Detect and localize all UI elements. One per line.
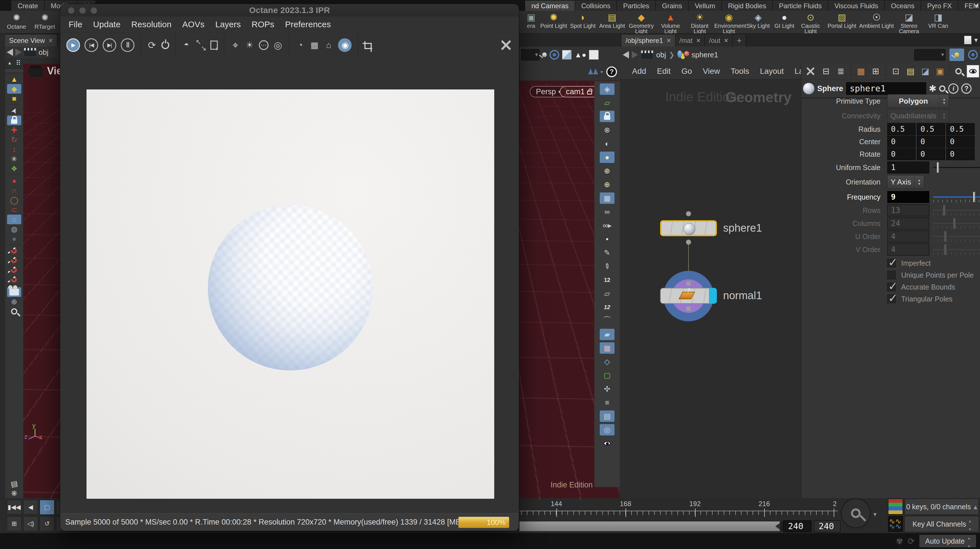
shelf-tab-collisions[interactable]: Collisions bbox=[575, 0, 617, 11]
shelf-tool-gi-light[interactable]: ● GI Light bbox=[773, 11, 796, 34]
menu-update[interactable]: Update bbox=[93, 19, 121, 29]
normal1-output-dot[interactable] bbox=[686, 306, 691, 311]
shelf-tool-octane[interactable]: ✺ Octane bbox=[3, 12, 30, 30]
render-sphere-icon[interactable] bbox=[338, 38, 352, 52]
rotate-tool[interactable]: ↻ bbox=[7, 135, 21, 145]
uniform-scale-field[interactable]: 1 bbox=[887, 161, 929, 174]
network-editor[interactable]: Add Edit Go View Tools Layout Labs Help … bbox=[620, 63, 801, 498]
shelf-tool-volume-light[interactable]: ▲ Volume Light bbox=[656, 11, 685, 34]
breadcrumb-sphere1[interactable]: sphere1 bbox=[692, 51, 718, 59]
render-canvas[interactable] bbox=[86, 89, 495, 499]
shelf-tab-oceans[interactable]: Oceans bbox=[885, 0, 921, 11]
light-cone-tool[interactable]: ▲ bbox=[7, 74, 21, 84]
view-camera-tool[interactable] bbox=[7, 287, 21, 297]
shelf-tab-rigid-bodies[interactable]: Rigid Bodies bbox=[722, 0, 773, 11]
package-box-icon[interactable]: ▣ bbox=[935, 65, 945, 77]
reference-plane-icon[interactable]: ◈ bbox=[600, 83, 614, 95]
recook-icon[interactable]: ⟳ bbox=[908, 536, 915, 546]
orientation-select[interactable]: Y Axis bbox=[887, 175, 924, 189]
go-to-start-button[interactable]: ▮◀◀ bbox=[7, 500, 22, 515]
pose-tool[interactable]: ✳ bbox=[7, 154, 21, 164]
objects-diamond-tool[interactable]: ◆ bbox=[7, 84, 21, 94]
shelf-tab-vellum[interactable]: Vellum bbox=[689, 0, 722, 11]
radius-x-field[interactable]: 0.5 bbox=[887, 123, 916, 135]
end-frame-field[interactable]: 240 bbox=[783, 520, 811, 532]
tab-obj-sphere1[interactable]: /obj/sphere1 ✕ bbox=[622, 35, 675, 46]
forward-icon[interactable] bbox=[632, 51, 638, 59]
view-lock-icon[interactable] bbox=[600, 111, 614, 122]
scale-tool[interactable]: ↕ bbox=[7, 145, 21, 154]
background-image-icon[interactable]: ▤ bbox=[600, 410, 614, 422]
menu-view[interactable]: View bbox=[697, 67, 725, 76]
axis-handle-tool[interactable]: ❖ bbox=[7, 164, 21, 174]
shelf-tool-distant-light[interactable]: ☀ Distant Light bbox=[685, 11, 714, 34]
curve-handle-tool[interactable]: ⊂ bbox=[7, 205, 21, 215]
snap-curve-tool[interactable] bbox=[7, 256, 21, 265]
lighting-shadows-icon[interactable]: ⊕ bbox=[600, 179, 614, 190]
menu-preferences[interactable]: Preferences bbox=[285, 19, 331, 29]
color-swatches-icon[interactable]: ▦ bbox=[856, 65, 866, 77]
shelf-tab-particles[interactable]: Particles bbox=[617, 0, 655, 11]
prim-numbers-icon[interactable] bbox=[598, 302, 616, 313]
exposure-icon[interactable] bbox=[245, 40, 255, 51]
pin-button[interactable] bbox=[950, 48, 964, 61]
unique-points-checkbox[interactable] bbox=[887, 271, 896, 279]
shelf-tab-lights-cameras[interactable]: nd Cameras bbox=[525, 0, 575, 11]
show-points-icon[interactable]: • bbox=[600, 233, 614, 245]
range-end-field[interactable]: 240 bbox=[814, 520, 840, 532]
rotate-y-field[interactable]: 0 bbox=[917, 148, 945, 160]
help-icon[interactable]: ? bbox=[961, 83, 972, 94]
shelf-tool-caustic-light[interactable]: ⊙ Caustic Light bbox=[796, 11, 825, 34]
menu-go[interactable]: Go bbox=[676, 67, 697, 76]
tab-out[interactable]: /out ✕ bbox=[705, 35, 733, 46]
forward-icon[interactable] bbox=[15, 48, 22, 56]
field-lines-icon[interactable]: ≡ bbox=[600, 397, 614, 408]
tab-animate-clipped[interactable]: An bbox=[57, 35, 60, 46]
point-normals-icon[interactable]: ✎ bbox=[598, 257, 616, 275]
breadcrumb-obj[interactable]: obj bbox=[38, 48, 48, 57]
keys-dropdown[interactable]: 0 keys, 0/0 channels bbox=[905, 499, 979, 515]
tab-scene-view[interactable]: Scene View ✕ bbox=[5, 35, 57, 46]
normal-lighting-icon[interactable]: ● bbox=[600, 152, 614, 163]
camera-lock-icon[interactable] bbox=[587, 91, 592, 94]
undo-button[interactable]: ↺ bbox=[40, 516, 54, 531]
menu-layout[interactable]: Layout bbox=[754, 67, 789, 76]
center-y-field[interactable]: 0 bbox=[917, 136, 945, 148]
render-timer-icon[interactable] bbox=[296, 40, 305, 51]
more-options-icon[interactable]: ⋯ bbox=[259, 40, 269, 50]
grid-dots-icon[interactable]: ⠿ bbox=[16, 59, 21, 67]
gear-icon[interactable]: ✱ bbox=[929, 83, 937, 94]
layout-grid-icon[interactable]: ⊞ bbox=[871, 65, 880, 77]
uniform-scale-slider[interactable] bbox=[933, 161, 980, 174]
shelf-tool-stereo-camera[interactable]: ◪ Stereo Camera bbox=[894, 11, 924, 34]
menu-edit[interactable]: Edit bbox=[652, 67, 676, 76]
primitives-icon[interactable]: ▲● bbox=[574, 51, 586, 59]
dotted-sphere-tool[interactable]: ◌ bbox=[7, 215, 21, 224]
v-order-slider[interactable] bbox=[933, 244, 980, 255]
shelf-tool-environment-light[interactable]: ◉ Environment Light bbox=[714, 11, 743, 34]
high-quality-lighting-icon[interactable]: ⊕ bbox=[600, 165, 614, 177]
restart-render-button[interactable] bbox=[84, 38, 98, 52]
torus-handle-tool[interactable]: ◯ bbox=[7, 195, 21, 205]
obj-context-icon[interactable] bbox=[24, 48, 36, 57]
clone-view-icon[interactable] bbox=[210, 41, 218, 49]
triangular-poles-checkbox[interactable]: ✓ bbox=[887, 295, 896, 303]
shading-swatch-icon[interactable] bbox=[589, 50, 598, 60]
center-x-field[interactable]: 0 bbox=[887, 136, 916, 148]
frequency-slider[interactable] bbox=[933, 191, 980, 203]
ball-magnet-tool[interactable]: ◍ bbox=[7, 224, 21, 234]
key-all-channels-dropdown[interactable]: Key All Channels bbox=[905, 516, 979, 532]
v-order-field[interactable]: 4 bbox=[887, 244, 929, 255]
headlight-icon[interactable]: ◐ bbox=[600, 138, 614, 149]
rows-field[interactable]: 13 bbox=[887, 204, 929, 216]
menu-tools[interactable]: Tools bbox=[725, 67, 754, 76]
lights-off-icon[interactable]: ⊗ bbox=[600, 124, 614, 136]
tools-wrench-icon[interactable] bbox=[806, 67, 815, 76]
rotate-x-field[interactable]: 0 bbox=[887, 148, 916, 160]
play-render-button[interactable] bbox=[66, 38, 80, 52]
uv-checker-icon[interactable]: ▦ bbox=[600, 342, 614, 354]
menu-layers[interactable]: Layers bbox=[215, 19, 241, 29]
environment-globe-tool[interactable]: ⊕ bbox=[7, 297, 21, 306]
spinner-icon[interactable] bbox=[939, 94, 949, 108]
dark-sphere-tool[interactable]: ● bbox=[7, 234, 21, 244]
